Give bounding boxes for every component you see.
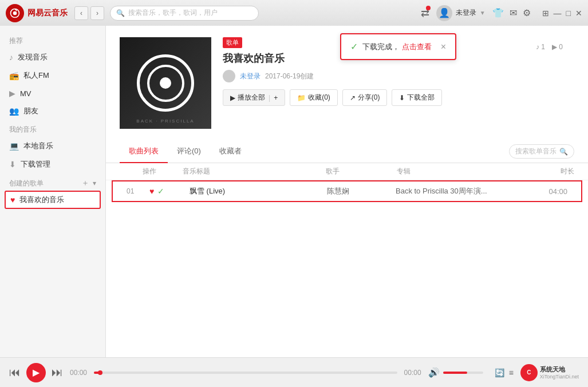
svg-point-1 xyxy=(13,11,17,15)
sidebar-label-local: 本地音乐 xyxy=(23,141,53,151)
tab-search[interactable]: 搜索歌单音乐 🔍 xyxy=(509,144,574,159)
tab-collectors[interactable]: 收藏者 xyxy=(210,140,251,163)
title-bar-right: ⇄ 👤 未登录 ▼ 👕 ✉ ⚙ ⊞ — □ ✕ xyxy=(421,5,582,21)
sidebar-item-friends[interactable]: 👥 朋友 xyxy=(0,102,105,120)
play-icon: ▶ xyxy=(33,367,40,378)
play-all-button[interactable]: ▶ 播放全部 | + xyxy=(223,89,285,106)
share-label: 分享(0) xyxy=(358,93,380,102)
download-popup: ✓ 下载完成， 点击查看 × xyxy=(340,33,456,60)
chevron-down-icon: ▼ xyxy=(480,10,486,16)
col-title-header: 音乐标题 xyxy=(183,167,326,176)
main-layout: 推荐 ♪ 发现音乐 📻 私人FM ▶ MV 👥 朋友 我的音乐 💻 本地音乐 ⬇… xyxy=(0,26,588,357)
close-button[interactable]: ✕ xyxy=(575,9,582,18)
like-icon[interactable]: ♥ xyxy=(149,187,154,196)
playlist-actions: ▶ 播放全部 | + 📁 收藏(0) ↗ 分享(0) xyxy=(223,89,536,106)
download-icon: ⬇ xyxy=(9,160,16,169)
download-all-label: 下载全部 xyxy=(407,93,435,102)
sync-area: ⇄ xyxy=(421,7,429,19)
window-buttons: ⊞ — □ ✕ xyxy=(542,9,582,18)
chevron-down-icon[interactable]: ▾ xyxy=(93,179,96,187)
creator-avatar xyxy=(223,70,235,82)
watermark-logo: C xyxy=(520,364,538,381)
sidebar-section-recommend: 推荐 xyxy=(0,31,105,48)
maximize-button[interactable]: □ xyxy=(566,9,571,18)
sidebar-label-liked: 我喜欢的音乐 xyxy=(19,195,64,205)
sync-notification-dot xyxy=(426,6,431,10)
sidebar-item-fm[interactable]: 📻 私人FM xyxy=(0,66,105,85)
local-icon: 💻 xyxy=(9,141,19,151)
volume-fill xyxy=(443,372,467,374)
song-table-header: 操作 音乐标题 歌手 专辑 时长 xyxy=(106,163,588,180)
song-artist: 陈慧娴 xyxy=(327,186,396,196)
playlist-tag: 歌单 xyxy=(223,37,242,48)
col-duration-header: 时长 xyxy=(540,167,574,176)
popup-close-button[interactable]: × xyxy=(441,42,446,52)
song-duration: 04:00 xyxy=(533,187,567,196)
user-name: 未登录 xyxy=(456,8,476,18)
nav-buttons: ‹ › xyxy=(74,6,104,20)
player-bar: ⏮ ▶ ⏭ 00:00 00:00 🔊 🔄 ≡ C 系统天地 XiTongTia… xyxy=(0,357,588,387)
table-row[interactable]: 01 ♥ ✓ 飘雪 (Live) 陈慧娴 Back to Priscilla 3… xyxy=(112,180,582,202)
loop-icon[interactable]: 🔄 xyxy=(495,368,504,377)
content-area: BACK · PRISCILLA 歌单 我喜欢的音乐 未登录 2017-0 xyxy=(106,26,588,357)
search-placeholder: 搜索音乐，歌手，歌词，用户 xyxy=(128,8,218,18)
sidebar-label-download: 下载管理 xyxy=(21,159,50,169)
collect-label: 收藏(0) xyxy=(308,93,330,102)
folder-icon: 📁 xyxy=(297,94,306,102)
col-album-header: 专辑 xyxy=(397,167,540,176)
sidebar-section-created: 创建的歌单 xyxy=(9,179,44,188)
mv-icon: ▶ xyxy=(9,89,15,98)
app-logo xyxy=(6,4,24,22)
sidebar-create-section: 创建的歌单 ＋ ▾ xyxy=(0,173,105,191)
tile-icon[interactable]: ⊞ xyxy=(542,9,549,18)
add-playlist-icon[interactable]: ＋ xyxy=(81,178,89,188)
sidebar-create-icons: ＋ ▾ xyxy=(81,178,96,188)
settings-icon[interactable]: ⚙ xyxy=(523,7,531,18)
mail-icon[interactable]: ✉ xyxy=(510,7,517,18)
shirt-icon[interactable]: 👕 xyxy=(492,7,504,18)
list-icon[interactable]: ≡ xyxy=(509,368,514,377)
col-ops-header: 操作 xyxy=(143,167,183,176)
avatar: 👤 xyxy=(436,5,452,21)
volume-icon[interactable]: 🔊 xyxy=(428,367,440,378)
search-icon: 🔍 xyxy=(559,148,568,156)
playlist-meta: 未登录 2017-06-19创建 xyxy=(223,70,536,82)
minimize-button[interactable]: — xyxy=(554,9,562,18)
popup-link[interactable]: 点击查看 xyxy=(402,42,432,51)
tab-comments[interactable]: 评论(0) xyxy=(168,140,210,163)
downloaded-icon: ✓ xyxy=(157,187,164,196)
sidebar-item-mv[interactable]: ▶ MV xyxy=(0,85,105,102)
download-all-button[interactable]: ⬇ 下载全部 xyxy=(392,89,442,106)
sidebar-item-download[interactable]: ⬇ 下载管理 xyxy=(0,155,105,173)
fm-icon: 📻 xyxy=(9,71,19,80)
song-title: 飘雪 (Live) xyxy=(190,186,327,196)
search-bar[interactable]: 🔍 搜索音乐，歌手，歌词，用户 xyxy=(110,6,259,21)
play-all-label: 播放全部 xyxy=(238,93,265,102)
created-date: 2017-06-19创建 xyxy=(265,72,314,81)
share-button[interactable]: ↗ 分享(0) xyxy=(342,89,388,106)
player-controls: ⏮ ▶ ⏭ xyxy=(9,363,63,382)
tab-songs[interactable]: 歌曲列表 xyxy=(120,140,168,163)
prev-button[interactable]: ⏮ xyxy=(9,366,21,379)
album-art: BACK · PRISCILLA xyxy=(120,37,211,129)
add-icon: + xyxy=(274,94,278,102)
sidebar-item-local[interactable]: 💻 本地音乐 xyxy=(0,137,105,155)
forward-button[interactable]: › xyxy=(90,6,104,20)
playlist-stats: ♪ 1 ▶ 0 xyxy=(536,37,574,51)
play-pause-button[interactable]: ▶ xyxy=(26,363,46,382)
next-button[interactable]: ⏭ xyxy=(52,366,63,379)
user-area[interactable]: 👤 未登录 ▼ xyxy=(436,5,486,21)
play-icon: ▶ xyxy=(230,94,235,102)
song-table: 01 ♥ ✓ 飘雪 (Live) 陈慧娴 Back to Priscilla 3… xyxy=(106,180,588,202)
back-button[interactable]: ‹ xyxy=(74,6,88,20)
sidebar-item-liked[interactable]: ♥ 我喜欢的音乐 xyxy=(5,191,101,209)
discover-icon: ♪ xyxy=(9,53,13,62)
progress-bar[interactable] xyxy=(94,372,397,374)
collect-button[interactable]: 📁 收藏(0) xyxy=(290,89,338,106)
popup-text: 下载完成， 点击查看 xyxy=(362,42,432,52)
sidebar-label-fm: 私人FM xyxy=(23,70,49,81)
watermark-text: 系统天地 XiTongTianDi.net xyxy=(540,365,579,380)
song-ops: ♥ ✓ xyxy=(149,187,190,196)
volume-bar[interactable] xyxy=(443,372,483,374)
sidebar-item-discover[interactable]: ♪ 发现音乐 xyxy=(0,48,105,66)
